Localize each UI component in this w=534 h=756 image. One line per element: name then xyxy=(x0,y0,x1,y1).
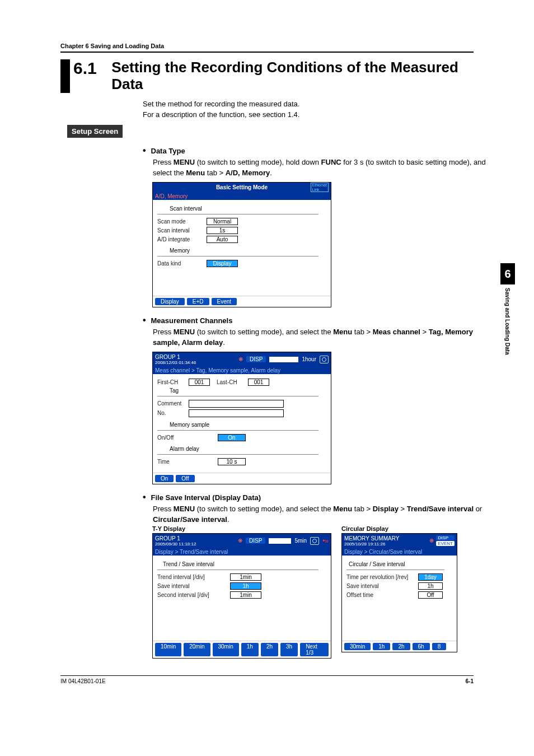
ss2-group: GROUP 1 xyxy=(155,354,196,360)
ss4-btn-3[interactable]: 6h xyxy=(413,643,430,650)
screenshot-circular-display: MEMORY SUMMARY 2005/10/28 19:11:26 ❋ DIS… xyxy=(341,533,457,652)
save-interval-label: Save interval xyxy=(157,583,230,589)
trend-interval-label: Trend interval [/div] xyxy=(157,574,230,580)
ss1-btn-ed[interactable]: E+D xyxy=(187,298,209,305)
offset-value[interactable]: Off xyxy=(418,591,443,599)
ss3-btn-6[interactable]: Next 1/3 xyxy=(300,643,329,656)
section-marker xyxy=(60,59,70,93)
ss4-save-interval-label: Save interval xyxy=(346,583,418,589)
ss2-interval: 1hour xyxy=(302,356,316,362)
ss3-group-title: Trend / Save interval xyxy=(163,561,326,567)
ss3-btn-3[interactable]: 1h xyxy=(241,643,259,656)
onoff-value[interactable]: On xyxy=(218,434,246,441)
save-interval-value[interactable]: 1h xyxy=(230,582,261,590)
ss2-timestamp: 2008/12/03 01:34:46 xyxy=(155,360,196,365)
last-ch-value[interactable]: 001 xyxy=(248,379,269,386)
offset-label: Offset time xyxy=(346,592,418,598)
fan-icon: ❋ xyxy=(238,356,243,362)
data-kind-value[interactable]: Display xyxy=(207,260,238,267)
sound-icon: •» xyxy=(322,537,329,545)
camera-icon xyxy=(310,537,319,545)
section-number: 6.1 xyxy=(73,59,111,93)
ss3-btn-5[interactable]: 3h xyxy=(280,643,298,656)
ss4-save-interval-value[interactable]: 1h xyxy=(418,582,443,590)
second-interval-label: Second interval [/div] xyxy=(157,592,230,598)
comment-value[interactable] xyxy=(189,400,284,408)
screenshot-ad-memory: Basic Setting Mode Ethernet Link A/D, Me… xyxy=(152,182,331,307)
ss3-breadcrumb: Display > Trend/Save interval xyxy=(153,548,331,556)
ss3-btnbar: 10min 20min 30min 1h 2h 3h Next 1/3 xyxy=(153,641,331,658)
screenshot-meas-channel: GROUP 1 2008/12/03 01:34:46 ❋ DISP 1hour… xyxy=(152,352,331,484)
ss1-group-scan: Scan interval xyxy=(170,206,326,212)
ss3-group: GROUP 1 xyxy=(155,535,196,542)
ad-integrate-value[interactable]: Auto xyxy=(207,236,238,243)
ss3-btn-0[interactable]: 10min xyxy=(155,643,181,656)
fan-icon: ❋ xyxy=(238,538,242,544)
circular-display-head: Circular Display xyxy=(341,525,457,532)
trend-interval-value[interactable]: 1min xyxy=(230,573,261,581)
ss2-alarmdelay-group: Alarm delay xyxy=(170,446,326,452)
ss4-btn-1[interactable]: 1h xyxy=(373,643,390,650)
ss2-btn-on[interactable]: On xyxy=(155,475,174,482)
no-value[interactable] xyxy=(189,409,284,417)
ss2-tag-group: Tag xyxy=(170,388,326,394)
last-ch-label: Last-CH xyxy=(217,379,248,385)
screenshot-ty-display: GROUP 1 2005/09/30 11:18:12 ❋ DISP 5min … xyxy=(152,533,331,659)
side-chapter-label: Saving and Loading Data xyxy=(504,288,510,354)
intro-line-1: Set the method for recording the measure… xyxy=(143,99,500,110)
data-kind-label: Data kind xyxy=(157,260,207,267)
ss3-interval: 5min xyxy=(294,538,307,544)
tpr-value[interactable]: 1day xyxy=(418,573,443,581)
time-value[interactable]: 10 s xyxy=(218,458,246,465)
fan-icon: ❋ xyxy=(429,538,434,544)
fsi-heading: • File Save Interval (Display Data) xyxy=(143,492,500,502)
ss4-btn-4[interactable]: 8 xyxy=(432,643,447,650)
ss1-group-memory: Memory xyxy=(170,248,326,254)
camera-icon xyxy=(320,356,329,363)
ss4-title: MEMORY SUMMARY xyxy=(344,535,399,542)
ss2-disp-tag: DISP xyxy=(246,356,266,362)
time-label: Time xyxy=(157,459,189,465)
comment-label: Comment xyxy=(157,400,189,407)
first-ch-label: First-CH xyxy=(157,379,189,385)
ss4-disp-tag: DISP xyxy=(436,535,455,540)
ss4-btn-0[interactable]: 30min xyxy=(344,643,371,650)
fsi-body: Press MENU (to switch to setting mode), … xyxy=(153,503,500,525)
ss3-disp-tag: DISP xyxy=(246,538,265,544)
ss3-btn-2[interactable]: 30min xyxy=(213,643,239,656)
onoff-label: On/Off xyxy=(157,435,189,441)
scan-mode-value[interactable]: Normal xyxy=(207,218,238,225)
ss3-btn-4[interactable]: 2h xyxy=(261,643,278,656)
tpr-label: Time per revolution [/rev] xyxy=(346,574,418,580)
scan-interval-label: Scan interval xyxy=(157,227,207,234)
scan-interval-value[interactable]: 1s xyxy=(207,227,238,234)
ss1-title: Basic Setting Mode xyxy=(153,184,331,190)
no-label: No. xyxy=(157,410,189,416)
ss3-btn-1[interactable]: 20min xyxy=(184,643,210,656)
footer-right: 6-1 xyxy=(466,678,474,684)
ty-display-head: T-Y Display xyxy=(152,525,331,532)
intro-line-2: For a description of the function, see s… xyxy=(143,109,500,120)
section-title: Setting the Recording Conditions of the … xyxy=(111,59,474,93)
datatype-body: Press MENU (to switch to setting mode), … xyxy=(153,157,500,179)
footer-left: IM 04L42B01-01E xyxy=(60,678,106,684)
scan-mode-label: Scan mode xyxy=(157,218,207,225)
ss4-breadcrumb: Display > Circular/Save interval xyxy=(342,548,457,556)
ss4-btn-2[interactable]: 2h xyxy=(392,643,410,650)
meas-heading: • Measurement Channels xyxy=(143,315,500,325)
first-ch-value[interactable]: 001 xyxy=(189,379,210,386)
ad-integrate-label: A/D integrate xyxy=(157,236,207,242)
ss1-breadcrumb: A/D, Memory xyxy=(153,193,331,200)
ss4-group-title: Circular / Save interval xyxy=(349,561,452,567)
ss4-event-tag: EVENT xyxy=(436,541,455,546)
ss4-timestamp: 2005/10/28 19:11:26 xyxy=(344,542,399,547)
ss2-breadcrumb: Meas channel > Tag, Memory sample, Alarm… xyxy=(153,367,331,374)
ss2-btn-off[interactable]: Off xyxy=(176,475,194,482)
side-chapter-number: 6 xyxy=(500,263,515,284)
setup-screen-tag: Setup Screen xyxy=(67,125,123,138)
ss1-btn-display[interactable]: Display xyxy=(155,298,185,305)
ss1-btn-event[interactable]: Event xyxy=(212,298,237,305)
meas-body: Press MENU (to switch to setting mode), … xyxy=(153,326,500,348)
ss3-timestamp: 2005/09/30 11:18:12 xyxy=(155,542,196,547)
second-interval-value[interactable]: 1min xyxy=(230,591,261,599)
